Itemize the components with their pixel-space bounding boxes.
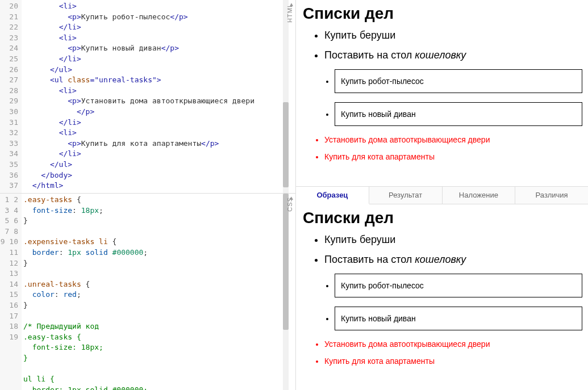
list-item: Купить робот-пылесос (335, 274, 582, 297)
list-item: Купить робот-пылесос (335, 69, 582, 93)
tab-sample[interactable]: Образец (296, 187, 369, 204)
list-item: Поставить на стол кошеловку (324, 49, 582, 61)
preview-column: Списки дел Купить беруши Поставить на ст… (296, 0, 588, 390)
html-line-gutter: 20 21 22 23 24 25 26 27 28 29 30 31 32 3… (0, 0, 22, 193)
css-line-gutter: 1 2 3 4 5 6 7 8 9 10 11 12 13 14 15 16 1… (0, 194, 22, 390)
easy-tasks-list: Купить беруши Поставить на стол кошеловк… (303, 234, 582, 266)
preview-heading: Списки дел (303, 209, 582, 227)
html-scrollbar-thumb[interactable] (283, 102, 289, 187)
css-scrollbar-track[interactable] (283, 194, 289, 390)
easy-tasks-list: Купить беруши Поставить на стол кошеловк… (303, 30, 582, 61)
css-scrollbar-thumb[interactable] (283, 194, 289, 330)
list-item-text: Поставить на стол (324, 254, 415, 265)
list-item: Купить новый диван (335, 307, 582, 330)
expensive-tasks-list: Купить робот-пылесос Купить новый диван (303, 69, 582, 126)
list-item-text: Поставить на стол (324, 49, 415, 61)
list-item: Поставить на стол кошеловку (324, 254, 582, 266)
list-item-em: кошеловку (415, 49, 466, 61)
tab-result[interactable]: Результат (369, 187, 443, 204)
list-item: Купить для кота апартаменты (324, 357, 582, 366)
sample-preview: Списки дел Купить беруши Поставить на ст… (296, 204, 588, 391)
list-item-em: кошеловку (415, 254, 466, 265)
css-editor[interactable]: 1 2 3 4 5 6 7 8 9 10 11 12 13 14 15 16 1… (0, 194, 295, 390)
editors-column: 20 21 22 23 24 25 26 27 28 29 30 31 32 3… (0, 0, 296, 390)
css-code-area[interactable]: .easy-tasks { font-size: 18px; } .expens… (22, 194, 282, 390)
html-editor[interactable]: 20 21 22 23 24 25 26 27 28 29 30 31 32 3… (0, 0, 295, 194)
unreal-tasks-list: Установить дома автооткрывающиеся двери … (303, 339, 582, 366)
tab-diff[interactable]: Различия (515, 187, 588, 204)
chevron-up-icon[interactable]: ▲ (289, 195, 294, 201)
tab-overlay[interactable]: Наложение (443, 187, 516, 204)
list-item: Купить для кота апартаменты (324, 152, 582, 161)
result-preview: Списки дел Купить беруши Поставить на ст… (296, 0, 588, 186)
html-scrollbar-track[interactable] (283, 0, 289, 193)
unreal-tasks-list: Установить дома автооткрывающиеся двери … (303, 135, 582, 161)
list-item: Купить беруши (324, 234, 582, 246)
list-item: Установить дома автооткрывающиеся двери (324, 135, 582, 144)
expensive-tasks-list: Купить робот-пылесос Купить новый диван (303, 274, 582, 330)
list-item: Установить дома автооткрывающиеся двери (324, 339, 582, 349)
preview-heading: Списки дел (303, 5, 582, 23)
html-code-area[interactable]: <li> <p>Купить робот-пылесос</p> </li> <… (22, 0, 282, 193)
list-item: Купить беруши (324, 30, 582, 41)
list-item: Купить новый диван (335, 102, 582, 126)
preview-tabs: Образец Результат Наложение Различия (296, 186, 588, 204)
chevron-up-icon[interactable]: ▲ (289, 1, 294, 7)
